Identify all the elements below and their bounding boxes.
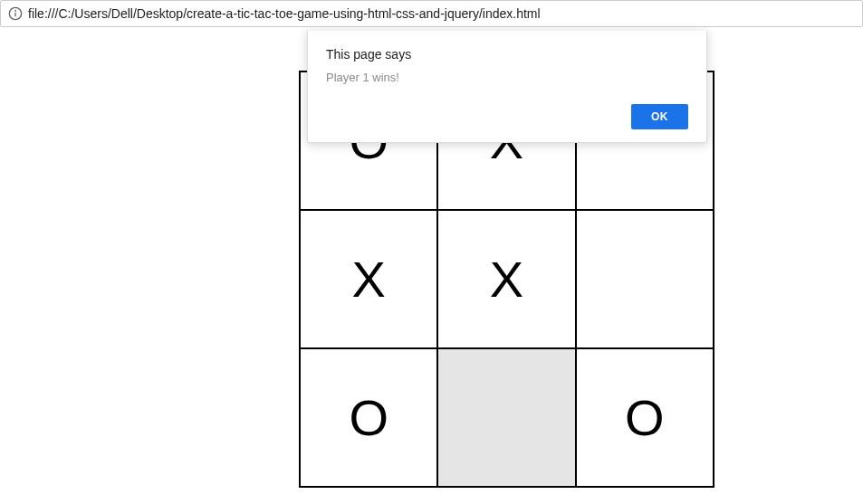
svg-point-2 xyxy=(15,10,16,11)
cell-2-2[interactable]: O xyxy=(576,348,714,487)
ok-button[interactable]: OK xyxy=(631,104,688,129)
cell-1-1[interactable]: X xyxy=(437,210,575,348)
dialog-message: Player 1 wins! xyxy=(326,71,688,84)
address-bar[interactable]: file:///C:/Users/Dell/Desktop/create-a-t… xyxy=(0,0,863,27)
cell-1-0[interactable]: X xyxy=(300,210,437,348)
dialog-actions: OK xyxy=(326,104,688,129)
cell-1-2[interactable] xyxy=(576,210,714,348)
url-text[interactable]: file:///C:/Users/Dell/Desktop/create-a-t… xyxy=(28,6,855,21)
info-icon[interactable] xyxy=(8,6,23,21)
cell-2-1[interactable] xyxy=(437,348,575,487)
alert-dialog: This page says Player 1 wins! OK xyxy=(307,31,707,143)
cell-2-0[interactable]: O xyxy=(300,348,437,487)
dialog-title: This page says xyxy=(326,47,688,62)
